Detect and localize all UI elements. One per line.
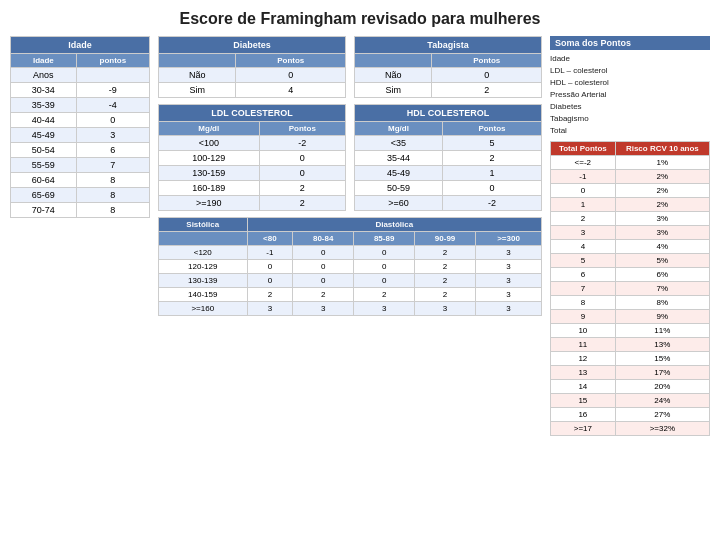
table-row: 60-648 [11,173,150,188]
table-row: Sim4 [159,83,346,98]
table-row: 99% [551,310,710,324]
table-row: <120-10023 [159,246,542,260]
table-row: 50-590 [355,181,542,196]
table-row: 40-440 [11,113,150,128]
bp-table: Sistólica Diastólica <8080-8485-8990-99>… [158,217,542,316]
table-row: 65-698 [11,188,150,203]
list-item: Idade [550,53,710,65]
table-row: 02% [551,184,710,198]
table-row: 120-12900023 [159,260,542,274]
table-row: 1317% [551,366,710,380]
table-row: <100-2 [159,136,346,151]
ldl-table: LDL COLESTEROL Mg/dl Pontos <100-2100-12… [158,104,346,211]
table-row: 33% [551,226,710,240]
tabagista-table: Tabagista Pontos Não0Sim2 [354,36,542,98]
table-row: 100-1290 [159,151,346,166]
table-row: Não0 [159,68,346,83]
table-row: Anos [11,68,150,83]
table-row: 44% [551,240,710,254]
soma-items: IdadeLDL – colesterolHDL – colesterolPre… [550,53,710,137]
table-row: <=-21% [551,156,710,170]
table-row: 1113% [551,338,710,352]
table-row: 1215% [551,352,710,366]
table-row: 1627% [551,408,710,422]
table-row: 88% [551,296,710,310]
table-row: >=1902 [159,196,346,211]
table-row: 50-546 [11,143,150,158]
table-row: 1524% [551,394,710,408]
table-row: Sim2 [355,83,542,98]
table-row: >=16033333 [159,302,542,316]
table-row: 12% [551,198,710,212]
table-row: 66% [551,268,710,282]
table-row: 1011% [551,324,710,338]
table-row: 160-1892 [159,181,346,196]
table-row: 45-491 [355,166,542,181]
idade-header: Idade [11,37,150,54]
diabetes-table: Diabetes Pontos Não0Sim4 [158,36,346,98]
table-row: 35-442 [355,151,542,166]
table-row: -12% [551,170,710,184]
table-row: 30-34-9 [11,83,150,98]
page-title: Escore de Framingham revisado para mulhe… [0,0,720,36]
risk-table: Total Pontos Risco RCV 10 anos <=-21%-12… [550,141,710,436]
idade-table: Idade Idade pontos Anos30-34-935-39-440-… [10,36,150,218]
table-row: <355 [355,136,542,151]
table-row: 35-39-4 [11,98,150,113]
table-row: 140-15922223 [159,288,542,302]
list-item: Diabetes [550,101,710,113]
list-item: Tabagismo [550,113,710,125]
table-row: 23% [551,212,710,226]
list-item: LDL – colesterol [550,65,710,77]
table-row: 130-1590 [159,166,346,181]
table-row: 45-493 [11,128,150,143]
table-row: >=17>=32% [551,422,710,436]
table-row: 70-748 [11,203,150,218]
table-row: 1420% [551,380,710,394]
list-item: HDL – colesterol [550,77,710,89]
table-row: 77% [551,282,710,296]
list-item: Total [550,125,710,137]
table-row: 55-597 [11,158,150,173]
table-row: 55% [551,254,710,268]
table-row: 130-13900023 [159,274,542,288]
list-item: Pressão Arterial [550,89,710,101]
hdl-table: HDL COLESTEROL Mg/dl Pontos <35535-44245… [354,104,542,211]
table-row: >=60-2 [355,196,542,211]
soma-title: Soma dos Pontos [550,36,710,50]
table-row: Não0 [355,68,542,83]
